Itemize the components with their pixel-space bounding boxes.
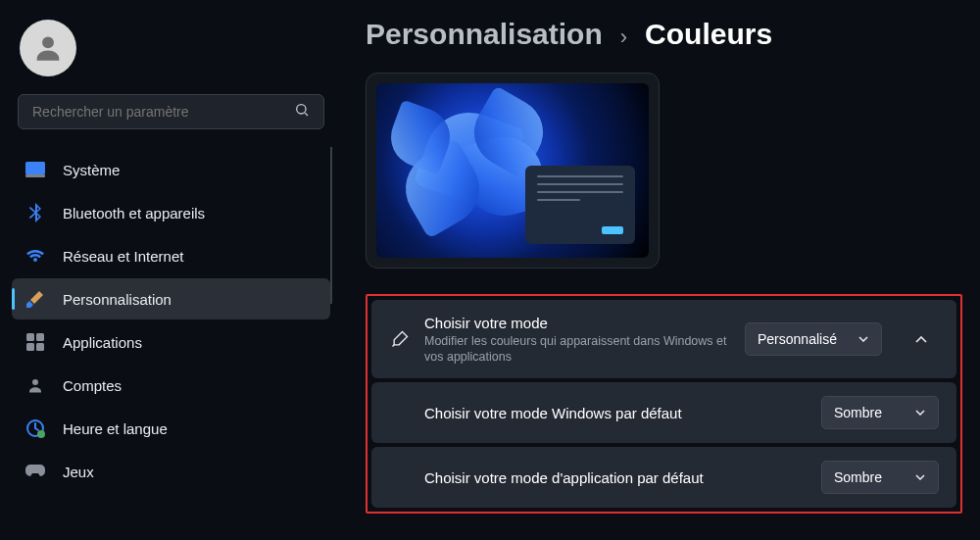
nav-label: Comptes (63, 377, 122, 394)
profile-section[interactable] (12, 12, 330, 94)
breadcrumb: Personnalisation › Couleurs (366, 18, 962, 51)
nav-divider (330, 147, 332, 304)
search-input[interactable] (32, 104, 294, 120)
chevron-down-icon (914, 471, 926, 483)
chevron-down-icon (858, 333, 869, 345)
avatar (20, 20, 76, 76)
svg-point-1 (297, 105, 306, 114)
nav-item-bluetooth[interactable]: Bluetooth et appareils (12, 192, 330, 233)
svg-rect-4 (26, 333, 34, 341)
nav-item-network[interactable]: Réseau et Internet (12, 235, 330, 276)
bluetooth-icon (25, 203, 45, 222)
sidebar: Système Bluetooth et appareils Réseau et… (0, 0, 338, 540)
preview-screen (376, 83, 649, 258)
nav-label: Système (63, 162, 120, 178)
nav-label: Bluetooth et appareils (63, 205, 205, 221)
svg-point-0 (42, 36, 54, 48)
brush-icon (25, 289, 45, 309)
main-content: Personnalisation › Couleurs Choisir votr… (338, 0, 980, 540)
nav-item-accounts[interactable]: Comptes (12, 365, 330, 406)
dropdown-value: Sombre (834, 405, 882, 420)
nav-label: Heure et langue (63, 420, 168, 437)
system-icon (25, 160, 45, 179)
theme-preview (366, 73, 660, 269)
nav-item-system[interactable]: Système (12, 149, 330, 190)
svg-rect-5 (36, 333, 44, 341)
app-mode-dropdown[interactable]: Sombre (821, 461, 939, 494)
svg-rect-3 (25, 174, 45, 177)
svg-rect-2 (25, 162, 45, 174)
setting-app-mode[interactable]: Choisir votre mode d'application par déf… (371, 447, 956, 508)
preview-panel (525, 166, 635, 244)
windows-mode-dropdown[interactable]: Sombre (821, 396, 939, 429)
setting-title: Choisir votre mode d'application par déf… (389, 469, 808, 486)
nav-item-applications[interactable]: Applications (12, 321, 330, 363)
mode-dropdown[interactable]: Personnalisé (745, 322, 882, 356)
clock-globe-icon (25, 418, 45, 438)
gamepad-icon (25, 462, 45, 481)
dropdown-value: Sombre (834, 469, 882, 485)
person-icon (31, 31, 65, 65)
svg-point-8 (32, 379, 38, 385)
nav-label: Jeux (63, 464, 94, 480)
nav-item-games[interactable]: Jeux (12, 451, 330, 492)
setting-choose-mode[interactable]: Choisir votre mode Modifier les couleurs… (371, 300, 956, 378)
collapse-button[interactable] (904, 322, 939, 356)
search-icon (294, 102, 310, 122)
chevron-up-icon (915, 330, 927, 348)
svg-point-10 (37, 430, 45, 438)
setting-description: Modifier les couleurs qui apparaissent d… (424, 333, 731, 366)
chevron-down-icon (914, 407, 926, 418)
nav-label: Réseau et Internet (63, 248, 183, 265)
apps-icon (25, 332, 45, 352)
nav-list: Système Bluetooth et appareils Réseau et… (12, 149, 330, 492)
nav-item-personalization[interactable]: Personnalisation (12, 278, 330, 319)
wifi-icon (25, 246, 45, 266)
nav-label: Applications (63, 334, 142, 351)
setting-text: Choisir votre mode Modifier les couleurs… (424, 314, 731, 365)
setting-windows-mode[interactable]: Choisir votre mode Windows par défaut So… (371, 382, 956, 443)
setting-title: Choisir votre mode (424, 314, 731, 333)
svg-rect-6 (26, 343, 34, 351)
nav-item-time-language[interactable]: Heure et langue (12, 408, 330, 449)
dropdown-value: Personnalisé (758, 331, 837, 347)
breadcrumb-parent[interactable]: Personnalisation (366, 18, 603, 51)
setting-title: Choisir votre mode Windows par défaut (389, 405, 808, 421)
nav-label: Personnalisation (63, 291, 172, 308)
chevron-right-icon: › (620, 25, 627, 50)
person-icon (25, 375, 45, 395)
breadcrumb-current: Couleurs (645, 18, 772, 51)
preview-accent-button (602, 226, 623, 234)
highlight-annotation: Choisir votre mode Modifier les couleurs… (366, 294, 962, 514)
brush-icon (389, 329, 411, 349)
svg-rect-7 (36, 343, 44, 351)
search-input-wrapper[interactable] (18, 94, 324, 129)
